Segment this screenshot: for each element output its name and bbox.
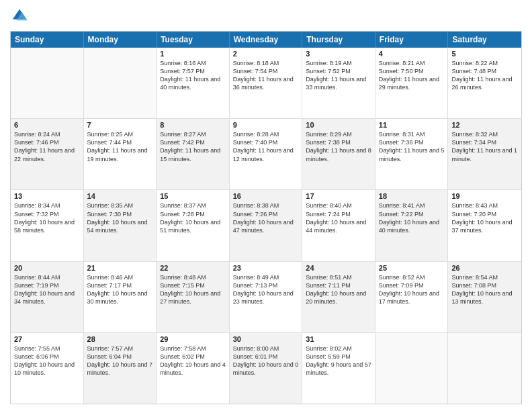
sunrise-text: Sunrise: 8:48 AM <box>160 273 226 281</box>
calendar-header-cell: Saturday <box>448 32 521 48</box>
sunrise-text: Sunrise: 8:54 AM <box>451 273 518 281</box>
calendar-cell: 2Sunrise: 8:18 AMSunset: 7:54 PMDaylight… <box>230 48 303 118</box>
day-number: 13 <box>14 192 80 200</box>
daylight-text: Daylight: 11 hours and 1 minute. <box>451 146 518 163</box>
sunrise-text: Sunrise: 8:38 AM <box>233 201 299 210</box>
day-number: 2 <box>233 50 299 58</box>
calendar-cell: 24Sunrise: 8:51 AMSunset: 7:11 PMDayligh… <box>302 262 375 332</box>
calendar-cell: 9Sunrise: 8:28 AMSunset: 7:40 PMDaylight… <box>230 119 303 189</box>
sunrise-text: Sunrise: 8:34 AM <box>14 201 80 210</box>
calendar-cell: 19Sunrise: 8:43 AMSunset: 7:20 PMDayligh… <box>448 190 521 261</box>
sunset-text: Sunset: 7:15 PM <box>160 281 226 289</box>
sunrise-text: Sunrise: 8:52 AM <box>379 273 445 281</box>
sunset-text: Sunset: 7:50 PM <box>379 67 445 75</box>
calendar-cell: 10Sunrise: 8:29 AMSunset: 7:38 PMDayligh… <box>302 119 375 189</box>
calendar-header-cell: Friday <box>375 32 449 48</box>
sunrise-text: Sunrise: 8:27 AM <box>160 130 226 138</box>
sunrise-text: Sunrise: 8:43 AM <box>451 201 518 210</box>
calendar-cell: 31Sunrise: 8:02 AMSunset: 5:59 PMDayligh… <box>302 333 375 404</box>
sunset-text: Sunset: 7:38 PM <box>306 138 371 146</box>
sunrise-text: Sunrise: 7:58 AM <box>160 345 226 353</box>
calendar-cell: 26Sunrise: 8:54 AMSunset: 7:08 PMDayligh… <box>448 262 521 332</box>
calendar-cell: 15Sunrise: 8:37 AMSunset: 7:28 PMDayligh… <box>157 190 230 261</box>
daylight-text: Daylight: 11 hours and 19 minutes. <box>87 146 153 163</box>
daylight-text: Daylight: 10 hours and 40 minutes. <box>379 218 445 234</box>
daylight-text: Daylight: 10 hours and 23 minutes. <box>233 289 299 306</box>
day-number: 14 <box>87 192 153 200</box>
calendar-cell: 8Sunrise: 8:27 AMSunset: 7:42 PMDaylight… <box>157 119 230 189</box>
sunrise-text: Sunrise: 8:46 AM <box>87 273 153 281</box>
day-number: 7 <box>87 121 153 129</box>
calendar-cell: 14Sunrise: 8:35 AMSunset: 7:30 PMDayligh… <box>84 190 157 261</box>
sunrise-text: Sunrise: 8:28 AM <box>233 130 299 138</box>
sunrise-text: Sunrise: 8:37 AM <box>160 201 226 210</box>
sunrise-text: Sunrise: 8:32 AM <box>451 130 518 138</box>
daylight-text: Daylight: 10 hours and 7 minutes. <box>87 361 153 377</box>
sunrise-text: Sunrise: 8:29 AM <box>306 130 371 138</box>
sunset-text: Sunset: 7:46 PM <box>14 138 80 146</box>
calendar-cell: 11Sunrise: 8:31 AMSunset: 7:36 PMDayligh… <box>375 119 449 189</box>
calendar-cell: 18Sunrise: 8:41 AMSunset: 7:22 PMDayligh… <box>375 190 449 261</box>
logo-icon <box>10 7 29 26</box>
sunset-text: Sunset: 7:19 PM <box>14 281 80 289</box>
calendar-header-cell: Wednesday <box>230 32 303 48</box>
daylight-text: Daylight: 11 hours and 15 minutes. <box>160 146 226 163</box>
sunset-text: Sunset: 7:30 PM <box>87 210 153 218</box>
day-number: 9 <box>233 121 299 129</box>
sunrise-text: Sunrise: 7:57 AM <box>87 345 153 353</box>
calendar-cell: 27Sunrise: 7:55 AMSunset: 6:06 PMDayligh… <box>11 333 84 404</box>
sunset-text: Sunset: 7:20 PM <box>451 210 518 218</box>
day-number: 8 <box>160 121 226 129</box>
calendar-body: 1Sunrise: 8:16 AMSunset: 7:57 PMDaylight… <box>11 48 521 404</box>
daylight-text: Daylight: 10 hours and 30 minutes. <box>87 289 153 306</box>
sunset-text: Sunset: 6:01 PM <box>233 353 299 361</box>
sunrise-text: Sunrise: 8:31 AM <box>379 130 445 138</box>
sunrise-text: Sunrise: 8:41 AM <box>379 201 445 210</box>
sunset-text: Sunset: 7:22 PM <box>379 210 445 218</box>
calendar-cell: 29Sunrise: 7:58 AMSunset: 6:02 PMDayligh… <box>157 333 230 404</box>
calendar-cell: 22Sunrise: 8:48 AMSunset: 7:15 PMDayligh… <box>157 262 230 332</box>
calendar-row: 1Sunrise: 8:16 AMSunset: 7:57 PMDaylight… <box>11 48 521 118</box>
day-number: 18 <box>379 192 445 200</box>
calendar-cell: 6Sunrise: 8:24 AMSunset: 7:46 PMDaylight… <box>11 119 84 189</box>
calendar-cell <box>448 333 521 404</box>
calendar-row: 27Sunrise: 7:55 AMSunset: 6:06 PMDayligh… <box>11 332 521 404</box>
sunset-text: Sunset: 7:28 PM <box>160 210 226 218</box>
day-number: 12 <box>451 121 518 129</box>
day-number: 28 <box>87 335 153 343</box>
daylight-text: Daylight: 10 hours and 10 minutes. <box>14 361 80 377</box>
sunset-text: Sunset: 7:36 PM <box>379 138 445 146</box>
calendar-header-cell: Sunday <box>11 32 84 48</box>
sunrise-text: Sunrise: 7:55 AM <box>14 345 80 353</box>
sunset-text: Sunset: 6:06 PM <box>14 353 80 361</box>
calendar-cell: 12Sunrise: 8:32 AMSunset: 7:34 PMDayligh… <box>448 119 521 189</box>
sunrise-text: Sunrise: 8:49 AM <box>233 273 299 281</box>
daylight-text: Daylight: 10 hours and 51 minutes. <box>160 218 226 234</box>
day-number: 11 <box>379 121 445 129</box>
daylight-text: Daylight: 10 hours and 0 minutes. <box>233 361 299 377</box>
day-number: 22 <box>160 264 226 272</box>
sunset-text: Sunset: 7:48 PM <box>451 67 518 75</box>
day-number: 26 <box>451 264 518 272</box>
calendar-header-cell: Tuesday <box>157 32 230 48</box>
sunset-text: Sunset: 5:59 PM <box>306 353 371 361</box>
day-number: 20 <box>14 264 80 272</box>
calendar-header-row: SundayMondayTuesdayWednesdayThursdayFrid… <box>11 32 521 48</box>
sunset-text: Sunset: 7:34 PM <box>451 138 518 146</box>
calendar-cell: 25Sunrise: 8:52 AMSunset: 7:09 PMDayligh… <box>375 262 449 332</box>
daylight-text: Daylight: 11 hours and 40 minutes. <box>160 75 226 91</box>
calendar-cell: 23Sunrise: 8:49 AMSunset: 7:13 PMDayligh… <box>230 262 303 332</box>
day-number: 31 <box>306 335 371 343</box>
calendar-header-cell: Thursday <box>302 32 375 48</box>
daylight-text: Daylight: 10 hours and 54 minutes. <box>87 218 153 234</box>
calendar: SundayMondayTuesdayWednesdayThursdayFrid… <box>10 31 522 404</box>
calendar-cell: 1Sunrise: 8:16 AMSunset: 7:57 PMDaylight… <box>157 48 230 118</box>
daylight-text: Daylight: 11 hours and 12 minutes. <box>233 146 299 163</box>
daylight-text: Daylight: 11 hours and 8 minutes. <box>306 146 371 163</box>
sunset-text: Sunset: 7:54 PM <box>233 67 299 75</box>
sunset-text: Sunset: 7:13 PM <box>233 281 299 289</box>
sunset-text: Sunset: 7:57 PM <box>160 67 226 75</box>
sunrise-text: Sunrise: 8:40 AM <box>306 201 371 210</box>
sunrise-text: Sunrise: 8:51 AM <box>306 273 371 281</box>
day-number: 23 <box>233 264 299 272</box>
